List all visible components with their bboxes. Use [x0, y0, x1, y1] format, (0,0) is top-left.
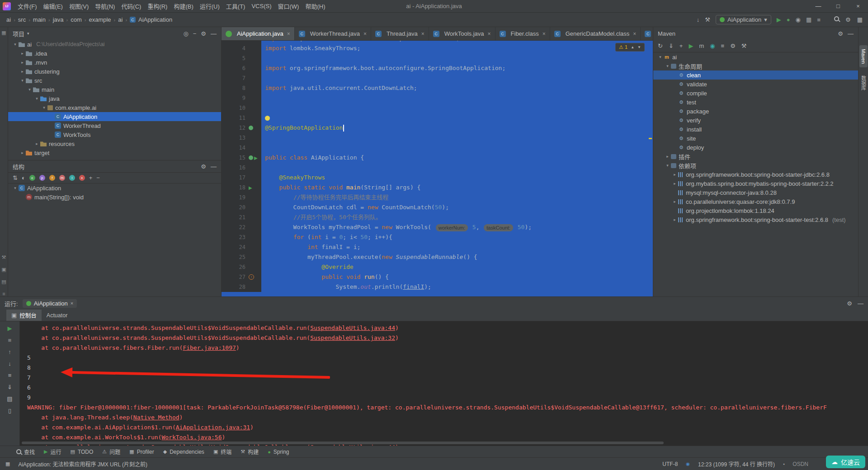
chevron-right-icon[interactable]: ▸	[19, 51, 26, 56]
line-number[interactable]: 15	[222, 155, 248, 161]
collapse-all-icon[interactable]: −	[96, 174, 100, 181]
project-stripe-icon[interactable]: ▦	[1, 30, 6, 36]
rerun-icon[interactable]: ▶	[8, 325, 12, 332]
sort-visibility-icon[interactable]: ◐	[22, 174, 25, 181]
breadcrumb-main[interactable]: main	[32, 16, 47, 23]
execute-goal-icon[interactable]: m	[699, 42, 704, 49]
line-number[interactable]: 11	[222, 115, 248, 121]
soft-wrap-icon[interactable]: ≡	[8, 372, 12, 379]
project-item-workerthread[interactable]: CWorkerThread	[8, 121, 221, 130]
structure-item-main-string-void[interactable]: mmain(String[]): void	[8, 193, 221, 202]
line-number[interactable]: 20	[222, 204, 248, 211]
next-frame-icon[interactable]: ↓	[8, 360, 11, 367]
spring-bean-gutter-icon[interactable]	[249, 155, 253, 160]
maven-item-org-mybatis-spring-boot-mybatis-spring-b[interactable]: ▸org.mybatis.spring.boot:mybatis-spring-…	[653, 179, 858, 188]
minimize-icon[interactable]: —	[808, 0, 828, 12]
problems-stripe-icon[interactable]: ▤	[1, 279, 6, 285]
chevron-right-icon[interactable]: ▸	[664, 154, 671, 159]
maven-item-org-springframework-boot-spring-boot-sta[interactable]: ▸org.springframework.boot:spring-boot-st…	[653, 170, 858, 179]
line-number[interactable]: 13	[222, 135, 248, 141]
run-gutter-icon[interactable]: ▶	[249, 185, 252, 190]
stop-icon[interactable]: ■	[8, 337, 12, 343]
clear-console-icon[interactable]: ▯	[8, 407, 11, 414]
chevron-down-icon[interactable]: ▾	[19, 78, 26, 83]
line-number[interactable]: 25	[222, 254, 248, 260]
hide-panel-icon[interactable]: —	[848, 30, 854, 37]
collapse-all-icon[interactable]: −	[193, 30, 197, 37]
maven-item-co-paralleluniverse-quasar-core-jdk8-0-7[interactable]: ▸co.paralleluniverse:quasar-core:jdk8:0.…	[653, 197, 858, 206]
stack-trace-link[interactable]: AiApplication.java:31	[176, 424, 250, 431]
breadcrumb-ai[interactable]: ai	[5, 16, 12, 23]
chevron-right-icon[interactable]: ▸	[33, 141, 40, 146]
run-stripe-icon[interactable]: ▣	[1, 267, 6, 273]
menu-运行-u[interactable]: 运行(U)	[197, 0, 223, 12]
stack-trace-link[interactable]: WorkTools.java:56	[161, 434, 222, 441]
show-inherited-icon[interactable]: i	[69, 175, 75, 181]
stack-trace-link[interactable]: Native Method	[133, 414, 179, 421]
next-problem-icon[interactable]: ▼	[637, 45, 641, 49]
stop-icon[interactable]: ■	[817, 16, 821, 23]
menu-编辑-e[interactable]: 编辑(E)	[40, 0, 66, 12]
toolwindow-button-todo[interactable]: ▤TODO	[66, 446, 98, 457]
refresh-icon[interactable]: ↻	[658, 42, 663, 49]
chevron-down-icon[interactable]: ▾	[664, 64, 671, 68]
toolwindow-button-问题[interactable]: ⚠问题	[98, 446, 125, 457]
intention-bulb-icon[interactable]	[265, 116, 270, 121]
project-item-mvn[interactable]: ▸.mvn	[8, 58, 221, 67]
line-number[interactable]: 27	[222, 274, 248, 280]
project-item-worktools[interactable]: CWorkTools	[8, 130, 221, 139]
project-item-main[interactable]: ▾main	[8, 85, 221, 94]
tool-window-switcher-icon[interactable]: ▦	[5, 461, 10, 467]
breadcrumb-ai[interactable]: ai	[117, 16, 123, 23]
maven-item-install[interactable]: ⚙install	[653, 125, 858, 134]
run-icon[interactable]: ▶	[777, 16, 781, 23]
skip-tests-icon[interactable]: ◉	[710, 42, 715, 49]
toolwindow-button-dependencies[interactable]: ◆Dependencies	[159, 446, 209, 457]
project-item-resources[interactable]: ▸resources	[8, 139, 221, 148]
close-icon[interactable]: ×	[633, 31, 636, 37]
chevron-down-icon[interactable]: ▾	[664, 163, 671, 168]
menu-帮助-h[interactable]: 帮助(H)	[302, 0, 328, 12]
breadcrumb-src[interactable]: src	[17, 16, 27, 23]
menu-构建-b[interactable]: 构建(B)	[170, 0, 196, 12]
close-icon[interactable]: ×	[287, 31, 290, 37]
breadcrumb-com[interactable]: com	[70, 16, 83, 23]
editor-tab-genericdatamodel-class[interactable]: CGenericDataModel.class×	[550, 27, 641, 40]
toolwindow-button-spring[interactable]: ●Spring	[263, 446, 293, 457]
line-number[interactable]: 19	[222, 194, 248, 201]
line-number[interactable]: 7	[222, 75, 248, 81]
project-item-com-example-ai[interactable]: ▾com.example.ai	[8, 103, 221, 112]
chevron-right-icon[interactable]: ▸	[19, 60, 26, 65]
editor-body[interactable]: 3import co.paralleluniverse.strands.Susp…	[222, 41, 653, 296]
line-number[interactable]: 9	[222, 95, 248, 101]
maven-item-依赖项[interactable]: ▾依赖项	[653, 161, 858, 170]
stripe-tab-数据库[interactable]: 数据库	[859, 72, 868, 94]
editor-tab-thread-java[interactable]: CThread.java×	[371, 27, 429, 40]
chevron-down-icon[interactable]: ▾	[12, 186, 19, 190]
print-icon[interactable]: ▤	[7, 395, 12, 402]
close-icon[interactable]: ×	[363, 31, 367, 37]
line-number[interactable]: 3	[222, 41, 248, 42]
line-number[interactable]: 21	[222, 214, 248, 221]
settings-icon[interactable]: ⚙	[838, 30, 843, 37]
line-number[interactable]: 6	[222, 65, 248, 71]
chevron-down-icon[interactable]: ▾	[12, 42, 19, 47]
run-tab[interactable]: AiApplication ×	[23, 299, 77, 308]
file-encoding[interactable]: UTF-8	[662, 461, 678, 467]
settings-icon[interactable]: ⚙	[201, 163, 206, 170]
maven-item-插件[interactable]: ▸插件	[653, 152, 858, 161]
structure-item-aiapplication[interactable]: ▾CAiApplication	[8, 183, 221, 193]
project-item-clustering[interactable]: ▸clustering	[8, 67, 221, 76]
project-item-idea[interactable]: ▸.idea	[8, 49, 221, 58]
show-fields-icon[interactable]: f	[49, 175, 55, 181]
maven-item-org-springframework-boot-spring-boot-sta[interactable]: ▸org.springframework.boot:spring-boot-st…	[653, 215, 858, 224]
chevron-right-icon[interactable]: ▸	[671, 217, 678, 222]
line-number[interactable]: 14	[222, 145, 248, 151]
editor-tab-fiber-class[interactable]: CFiber.class×	[495, 27, 550, 40]
breadcrumb-java[interactable]: java	[52, 16, 65, 23]
spring-bean-gutter-icon[interactable]	[249, 126, 253, 130]
maven-item-org-projectlombok-lombok-1-18-24[interactable]: org.projectlombok:lombok:1.18.24	[653, 206, 858, 215]
run-gutter-icon[interactable]: ▶	[254, 155, 258, 160]
menu-vcs-s[interactable]: VCS(S)	[248, 0, 274, 12]
chevron-right-icon[interactable]: ▸	[671, 181, 678, 186]
